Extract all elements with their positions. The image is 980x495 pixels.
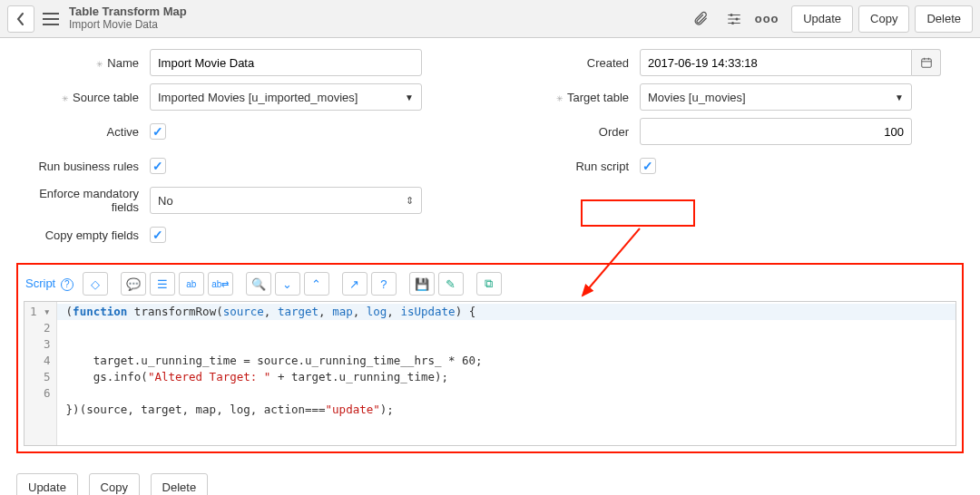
- chevron-left-icon: [16, 13, 25, 25]
- caret-down-icon: ▼: [895, 92, 904, 102]
- name-input[interactable]: [150, 49, 422, 76]
- target-table-select[interactable]: Movies [u_movies] ▼: [640, 83, 912, 111]
- search-icon[interactable]: 🔍: [246, 272, 271, 296]
- script-section: Script ? ◇ 💬 ☰ ab ab⇄ 🔍 ⌄ ⌃ ↗ ? 💾 ✎ ⧉ 1 …: [16, 263, 964, 453]
- title-block: Table Transform Map Import Movie Data: [69, 5, 187, 32]
- fullscreen-icon[interactable]: ↗: [342, 272, 368, 296]
- context-menu-icon[interactable]: [40, 8, 62, 30]
- replace-all-icon[interactable]: ab⇄: [208, 272, 233, 296]
- enforce-value: No: [158, 194, 173, 208]
- script-label: Script: [25, 277, 55, 290]
- update-button-top[interactable]: Update: [791, 5, 853, 33]
- format-icon[interactable]: ☰: [150, 272, 175, 296]
- delete-button-top[interactable]: Delete: [915, 5, 973, 33]
- debug-icon[interactable]: ✎: [438, 272, 464, 296]
- run-biz-checkbox[interactable]: ✓: [150, 158, 166, 174]
- svg-point-0: [730, 14, 733, 16]
- update-button-bottom[interactable]: Update: [16, 473, 78, 495]
- svg-rect-3: [921, 59, 931, 67]
- copy-empty-label: Copy empty fields: [18, 228, 150, 242]
- copy-button-bottom[interactable]: Copy: [89, 473, 140, 495]
- name-label: Name: [18, 56, 150, 70]
- page-subtitle: Import Movie Data: [69, 19, 187, 32]
- calendar-icon: [920, 56, 933, 69]
- created-label: Created: [508, 56, 640, 70]
- created-input[interactable]: [640, 49, 912, 76]
- save-icon[interactable]: 💾: [409, 272, 435, 296]
- run-script-label: Run script: [508, 160, 640, 173]
- script-toolbar: ◇ 💬 ☰ ab ab⇄ 🔍 ⌄ ⌃ ↗ ? 💾 ✎ ⧉: [83, 272, 502, 296]
- form-footer: Update Copy Delete: [0, 466, 980, 495]
- order-label: Order: [508, 125, 640, 139]
- right-column: Created Target table Movies [u_movies] ▼…: [508, 49, 962, 256]
- source-table-select[interactable]: Imported Movies [u_imported_movies] ▼: [150, 83, 422, 111]
- find-replace-icon[interactable]: ab: [179, 272, 204, 296]
- target-table-label: Target table: [508, 91, 640, 104]
- tree-icon[interactable]: ⧉: [476, 272, 502, 296]
- attachment-icon[interactable]: [688, 5, 715, 33]
- help-doc-icon[interactable]: ?: [371, 272, 397, 296]
- more-icon[interactable]: ooo: [753, 5, 780, 33]
- script-editor[interactable]: 1 ▾ 2 3 4 5 6 (function transformRow(sou…: [24, 301, 956, 446]
- help-icon[interactable]: ?: [61, 278, 74, 291]
- back-button[interactable]: [7, 5, 34, 33]
- source-table-label: Source table: [18, 91, 150, 104]
- target-table-value: Movies [u_movies]: [648, 91, 746, 104]
- active-checkbox[interactable]: ✓: [150, 123, 166, 140]
- active-label: Active: [18, 125, 150, 139]
- updown-icon: ⇕: [406, 195, 414, 207]
- source-table-value: Imported Movies [u_imported_movies]: [158, 91, 358, 104]
- left-column: Name Source table Imported Movies [u_imp…: [18, 49, 472, 256]
- run-script-checkbox[interactable]: ✓: [640, 158, 656, 174]
- run-biz-label: Run business rules: [18, 160, 150, 173]
- form-body: Name Source table Imported Movies [u_imp…: [0, 38, 980, 263]
- page-title: Table Transform Map: [69, 5, 187, 19]
- comment-icon[interactable]: 💬: [121, 272, 146, 296]
- delete-button-bottom[interactable]: Delete: [151, 473, 209, 495]
- form-header: Table Transform Map Import Movie Data oo…: [0, 0, 980, 38]
- caret-down-icon: ▼: [405, 92, 414, 102]
- chevron-down-icon[interactable]: ⌄: [275, 272, 300, 296]
- settings-icon[interactable]: [720, 5, 748, 33]
- svg-point-2: [731, 22, 734, 24]
- copy-empty-checkbox[interactable]: ✓: [150, 227, 166, 243]
- enforce-select[interactable]: No ⇕: [150, 187, 422, 214]
- js-type-icon[interactable]: ◇: [83, 272, 108, 296]
- order-input[interactable]: [640, 118, 912, 145]
- code-area[interactable]: (function transformRow(source, target, m…: [57, 302, 956, 445]
- date-picker-button[interactable]: [912, 49, 941, 76]
- enforce-label: Enforce mandatory fields: [18, 187, 150, 214]
- copy-button-top[interactable]: Copy: [858, 5, 909, 33]
- line-gutter: 1 ▾ 2 3 4 5 6: [24, 302, 57, 445]
- chevron-up-icon[interactable]: ⌃: [304, 272, 329, 296]
- svg-point-1: [736, 17, 739, 20]
